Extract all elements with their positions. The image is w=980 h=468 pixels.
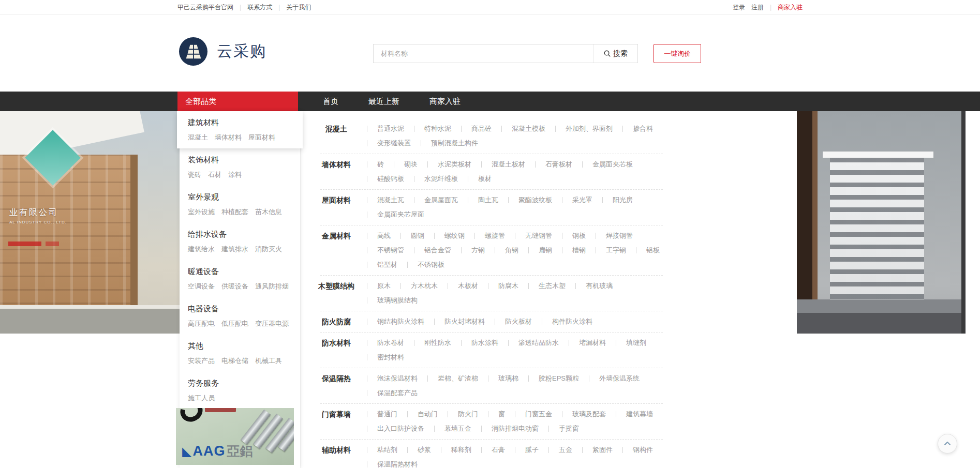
menu-item[interactable]: 手摇窗 xyxy=(539,422,579,435)
menu-item[interactable]: 防水卷材 xyxy=(357,336,404,350)
login-link[interactable]: 登录 xyxy=(733,3,745,12)
sidebar-link[interactable]: 低压配电 xyxy=(221,319,248,328)
menu-item[interactable]: 商品砼 xyxy=(451,122,492,135)
menu-row-title[interactable]: 保温隔热 xyxy=(316,372,357,385)
menu-item[interactable]: 采光罩 xyxy=(552,193,592,207)
sidebar-link[interactable]: 建筑排水 xyxy=(221,245,248,254)
menu-row-title[interactable]: 防水材料 xyxy=(316,336,357,350)
menu-item[interactable]: 工字钢 xyxy=(586,244,626,257)
menu-item[interactable]: 钢板 xyxy=(552,229,586,243)
menu-item[interactable]: 外加剂、界面剂 xyxy=(545,122,613,135)
menu-item[interactable]: 槽钢 xyxy=(552,244,586,257)
menu-item[interactable]: 玻璃及配套 xyxy=(552,407,606,421)
menu-item[interactable]: 角钢 xyxy=(485,244,518,257)
menu-item[interactable]: 生态木塑 xyxy=(518,279,566,293)
menu-row-title[interactable]: 木塑膜结构 xyxy=(316,279,357,293)
menu-item[interactable]: 螺纹钢 xyxy=(424,229,465,243)
menu-item[interactable]: 高线 xyxy=(357,229,391,243)
menu-item[interactable]: 密封材料 xyxy=(357,351,404,364)
sidebar-link[interactable]: 安装产品 xyxy=(188,356,215,366)
menu-item[interactable]: 门窗五金 xyxy=(505,407,552,421)
menu-item[interactable]: 变形缝装置 xyxy=(357,137,411,150)
sidebar-link[interactable]: 瓷砖 xyxy=(188,170,201,179)
menu-item[interactable]: 硅酸钙板 xyxy=(357,172,404,186)
nav-link-2[interactable]: 商家入驻 xyxy=(429,97,461,107)
menu-item[interactable]: 混凝土模板 xyxy=(492,122,545,135)
menu-item[interactable]: 方钢 xyxy=(451,244,485,257)
menu-item[interactable]: 玻璃棉 xyxy=(478,372,518,385)
sidebar-link[interactable]: 供暖设备 xyxy=(221,282,248,291)
menu-item[interactable]: 聚酯波纹板 xyxy=(498,193,552,207)
sidebar-link[interactable]: 建筑给水 xyxy=(188,245,215,254)
sidebar-link[interactable]: 通风防排烟 xyxy=(255,282,289,291)
menu-item[interactable]: 特种水泥 xyxy=(404,122,451,135)
menu-item[interactable]: 钢结构防火涂料 xyxy=(357,315,424,328)
menu-item[interactable]: 普通水泥 xyxy=(357,122,404,135)
menu-row-title[interactable]: 屋面材料 xyxy=(316,193,357,207)
nav-link-0[interactable]: 首页 xyxy=(323,97,338,107)
menu-item[interactable]: 金属面夹芯屋面 xyxy=(357,208,424,221)
sidebar-link[interactable]: 变压器电源 xyxy=(255,319,289,328)
sidebar-link[interactable]: 消防灭火 xyxy=(255,245,282,254)
menu-item[interactable]: 防水涂料 xyxy=(451,336,498,350)
menu-item[interactable]: 填缝剂 xyxy=(606,336,646,350)
menu-item[interactable]: 板材 xyxy=(458,172,492,186)
sidebar-link[interactable]: 室外设施 xyxy=(188,207,215,217)
menu-item[interactable]: 腻子 xyxy=(505,443,539,457)
menu-item[interactable]: 掺合料 xyxy=(613,122,653,135)
menu-item[interactable]: 阳光房 xyxy=(592,193,633,207)
menu-item[interactable]: 保温隔热材料 xyxy=(357,458,418,468)
menu-item[interactable]: 铝板 xyxy=(626,244,660,257)
menu-item[interactable]: 幕墙五金 xyxy=(424,422,471,435)
menu-item[interactable]: 有机玻璃 xyxy=(566,279,613,293)
menu-item[interactable]: 保温配套产品 xyxy=(357,386,418,400)
sidebar-group-title[interactable]: 装饰材料 xyxy=(188,155,300,165)
menu-row-title[interactable]: 金属材料 xyxy=(316,229,357,243)
menu-item[interactable]: 金属屋面瓦 xyxy=(404,193,458,207)
menu-item[interactable]: 焊接钢管 xyxy=(586,229,633,243)
topbar-link-1[interactable]: 联系方式 xyxy=(247,3,272,12)
menu-item[interactable]: 防腐木 xyxy=(478,279,518,293)
menu-item[interactable]: 消防排烟电动窗 xyxy=(471,422,539,435)
search-button[interactable]: 搜索 xyxy=(593,44,637,63)
menu-item[interactable]: 胶粉EPS颗粒 xyxy=(518,372,579,385)
all-categories-button[interactable]: 全部品类 xyxy=(177,92,298,111)
menu-row-title[interactable]: 混凝土 xyxy=(316,122,357,135)
sidebar-group-title[interactable]: 劳务服务 xyxy=(188,379,300,388)
sidebar-group-title[interactable]: 其他 xyxy=(188,341,300,351)
menu-item[interactable]: 钢构件 xyxy=(613,443,653,457)
nav-link-1[interactable]: 最近上新 xyxy=(368,97,399,107)
menu-item[interactable]: 构件防火涂料 xyxy=(532,315,592,328)
menu-item[interactable]: 砖 xyxy=(357,158,384,171)
sidebar-link[interactable]: 电梯仓储 xyxy=(221,356,248,366)
menu-item[interactable]: 铝型材 xyxy=(357,258,397,271)
menu-item[interactable]: 砂浆 xyxy=(397,443,431,457)
register-link[interactable]: 注册 xyxy=(751,3,764,12)
sidebar-link[interactable]: 墙体材料 xyxy=(215,133,242,142)
menu-item[interactable]: 稀释剂 xyxy=(431,443,471,457)
menu-item[interactable]: 不锈钢管 xyxy=(357,244,404,257)
menu-item[interactable]: 无缝钢管 xyxy=(505,229,552,243)
menu-item[interactable]: 渗透结晶防水 xyxy=(498,336,559,350)
menu-item[interactable]: 防火板材 xyxy=(485,315,532,328)
menu-item[interactable]: 扁钢 xyxy=(518,244,552,257)
menu-item[interactable]: 铝合金管 xyxy=(404,244,451,257)
sidebar-link[interactable]: 混凝土 xyxy=(188,133,208,142)
scroll-top-button[interactable] xyxy=(938,434,957,454)
menu-item[interactable]: 螺旋管 xyxy=(465,229,505,243)
sidebar-group-title[interactable]: 电器设备 xyxy=(188,304,300,314)
quick-inquiry-button[interactable]: 一键询价 xyxy=(654,44,701,63)
topbar-link-2[interactable]: 关于我们 xyxy=(286,3,311,12)
menu-item[interactable]: 水泥类板材 xyxy=(418,158,471,171)
menu-item[interactable]: 堵漏材料 xyxy=(559,336,606,350)
menu-item[interactable]: 泡沫保温材料 xyxy=(357,372,418,385)
menu-item[interactable]: 紧固件 xyxy=(572,443,613,457)
promo-banner[interactable]: ◣ AAG 亞鋁 xyxy=(176,408,294,465)
sidebar-group-title[interactable]: 建筑材料 xyxy=(188,118,303,128)
menu-row-title[interactable]: 防火防腐 xyxy=(316,315,357,328)
menu-item[interactable]: 外墙保温系统 xyxy=(579,372,640,385)
menu-item[interactable]: 原木 xyxy=(357,279,391,293)
menu-item[interactable]: 玻璃钢膜结构 xyxy=(357,294,418,307)
logo-link[interactable]: 云采购 xyxy=(179,37,266,66)
sidebar-link[interactable]: 施工人员 xyxy=(188,394,215,403)
